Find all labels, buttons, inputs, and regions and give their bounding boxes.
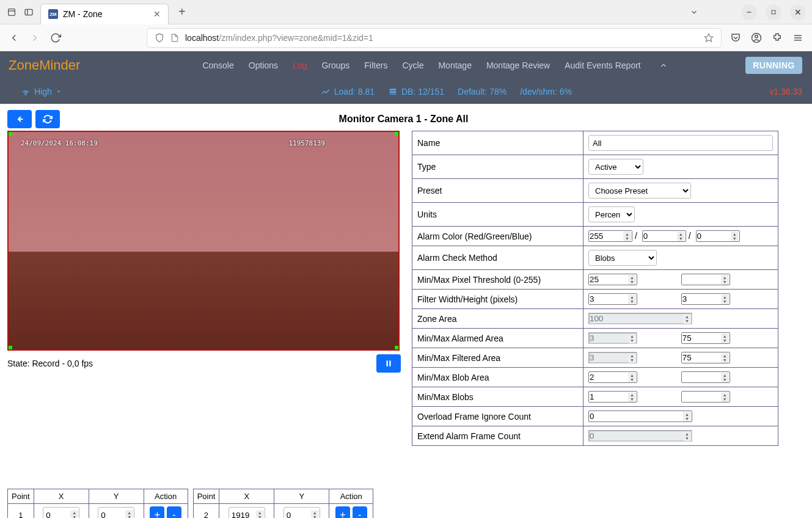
label-blobs: Min/Max Blobs xyxy=(412,387,583,407)
nav-collapse-icon[interactable] xyxy=(659,61,668,70)
svg-rect-18 xyxy=(387,360,388,366)
window-close-button[interactable]: ✕ xyxy=(790,4,806,20)
zone-corner-handle[interactable] xyxy=(7,346,12,351)
reload-button[interactable] xyxy=(50,32,62,43)
th-action: Action xyxy=(329,489,373,504)
account-icon[interactable] xyxy=(751,32,762,43)
spinner-icon[interactable]: ▲▼ xyxy=(628,275,636,285)
close-tab-icon[interactable]: ✕ xyxy=(153,9,161,19)
type-select[interactable]: Active xyxy=(588,159,643,175)
tab-dropdown-icon[interactable] xyxy=(690,8,698,16)
brand-logo[interactable]: ZoneMinder xyxy=(9,57,80,73)
nav-console[interactable]: Console xyxy=(202,60,233,70)
svg-marker-13 xyxy=(57,91,60,93)
th-action: Action xyxy=(144,489,188,504)
spinner-icon[interactable]: ▲▼ xyxy=(721,373,729,382)
shield-icon[interactable] xyxy=(155,33,164,43)
name-input[interactable] xyxy=(588,135,773,151)
th-y: Y xyxy=(274,489,329,504)
video-timestamp: 24/09/2024 16:08:19 xyxy=(21,139,98,147)
window-maximize-button[interactable] xyxy=(766,4,781,20)
overload-input[interactable] xyxy=(588,410,692,422)
zone-corner-handle[interactable] xyxy=(7,131,12,136)
run-state-badge[interactable]: RUNNING xyxy=(745,57,802,74)
sidebar-icon[interactable] xyxy=(23,7,34,18)
label-alarm-color: Alarm Color (Red/Green/Blue) xyxy=(412,227,583,246)
label-check-method: Alarm Check Method xyxy=(412,246,583,270)
nav-options[interactable]: Options xyxy=(249,60,278,70)
stat-shm[interactable]: /dev/shm: 6% xyxy=(520,87,572,97)
spinner-icon[interactable]: ▲▼ xyxy=(721,334,729,343)
stat-db[interactable]: DB: 12/151 xyxy=(388,87,444,97)
zone-corner-handle[interactable] xyxy=(395,131,400,136)
pause-button[interactable] xyxy=(376,354,401,373)
nav-filters[interactable]: Filters xyxy=(364,60,387,70)
pocket-icon[interactable] xyxy=(730,32,741,43)
preset-select[interactable]: Choose Preset xyxy=(588,183,691,199)
spinner-icon[interactable]: ▲▼ xyxy=(628,392,636,402)
spinner-icon[interactable]: ▲▼ xyxy=(311,510,319,518)
label-units: Units xyxy=(412,203,583,227)
remove-point-button[interactable]: - xyxy=(353,506,367,518)
main-nav: Console Options Log Groups Filters Cycle… xyxy=(202,60,667,70)
nav-montage-review[interactable]: Montage Review xyxy=(486,60,550,70)
spinner-icon[interactable]: ▲▼ xyxy=(721,294,729,304)
label-name: Name xyxy=(412,131,583,155)
add-point-button[interactable]: + xyxy=(335,506,350,518)
label-zone-area: Zone Area xyxy=(412,309,583,329)
spinner-icon[interactable]: ▲▼ xyxy=(623,232,631,241)
remove-point-button[interactable]: - xyxy=(167,506,181,518)
new-tab-button[interactable]: + xyxy=(175,5,189,19)
spinner-icon[interactable]: ▲▼ xyxy=(628,294,636,304)
tab-title: ZM - Zone xyxy=(63,9,103,19)
extend-input xyxy=(588,430,692,442)
nav-log[interactable]: Log xyxy=(293,60,307,70)
spinner-icon[interactable]: ▲▼ xyxy=(721,392,729,402)
version-link[interactable]: v1.36.33 xyxy=(769,87,802,97)
menu-icon[interactable] xyxy=(792,32,803,43)
spinner-icon[interactable]: ▲▼ xyxy=(731,232,739,241)
th-y: Y xyxy=(89,489,144,504)
add-point-button[interactable]: + xyxy=(150,506,164,518)
bookmark-icon[interactable] xyxy=(704,33,714,43)
spinner-icon[interactable]: ▲▼ xyxy=(677,232,685,241)
browser-toolbar: localhost/zm/index.php?view=zone&mid=1&z… xyxy=(0,24,812,51)
check-method-select[interactable]: Blobs xyxy=(588,250,657,266)
spinner-icon: ▲▼ xyxy=(628,353,636,363)
spinner-icon: ▲▼ xyxy=(683,431,691,441)
svg-point-12 xyxy=(25,94,26,95)
nav-audit[interactable]: Audit Events Report xyxy=(565,60,641,70)
spinner-icon: ▲▼ xyxy=(683,314,691,324)
address-bar[interactable]: localhost/zm/index.php?view=zone&mid=1&z… xyxy=(147,28,722,48)
zone-area-input xyxy=(588,313,692,324)
nav-montage[interactable]: Montage xyxy=(438,60,471,70)
label-extend: Extend Alarm Frame Count xyxy=(412,426,583,446)
browser-tab[interactable]: ZM ZM - Zone ✕ xyxy=(40,4,169,24)
spinner-icon[interactable]: ▲▼ xyxy=(721,353,729,363)
label-blob-area: Min/Max Blob Area xyxy=(412,368,583,387)
spinner-icon[interactable]: ▲▼ xyxy=(721,275,729,285)
stat-storage[interactable]: Default: 78% xyxy=(458,87,507,97)
svg-rect-0 xyxy=(9,9,15,15)
window-minimize-button[interactable] xyxy=(741,4,757,20)
nav-groups[interactable]: Groups xyxy=(321,60,349,70)
bandwidth-selector[interactable]: High xyxy=(21,87,62,97)
zone-video-preview[interactable]: 24/09/2024 16:08:19 119578139 xyxy=(7,131,400,351)
svg-rect-5 xyxy=(772,10,775,14)
spinner-icon[interactable]: ▲▼ xyxy=(256,510,264,518)
label-preset: Preset xyxy=(412,179,583,203)
label-alarmed-area: Min/Max Alarmed Area xyxy=(412,329,583,348)
back-button[interactable] xyxy=(9,32,21,43)
spinner-icon[interactable]: ▲▼ xyxy=(125,510,133,518)
spinner-icon[interactable]: ▲▼ xyxy=(683,412,691,421)
nav-cycle[interactable]: Cycle xyxy=(402,60,423,70)
svg-rect-16 xyxy=(390,93,397,94)
spinner-icon[interactable]: ▲▼ xyxy=(628,373,636,382)
history-icon[interactable] xyxy=(6,7,17,18)
units-select[interactable]: Percent xyxy=(588,206,635,222)
extensions-icon[interactable] xyxy=(772,32,783,43)
zone-corner-handle[interactable] xyxy=(395,346,400,351)
points-table-1: Point X Y Action 1 ▲▼ ▲▼ + - xyxy=(7,489,188,518)
spinner-icon[interactable]: ▲▼ xyxy=(70,510,78,518)
stat-load[interactable]: Load: 8.81 xyxy=(321,87,375,97)
